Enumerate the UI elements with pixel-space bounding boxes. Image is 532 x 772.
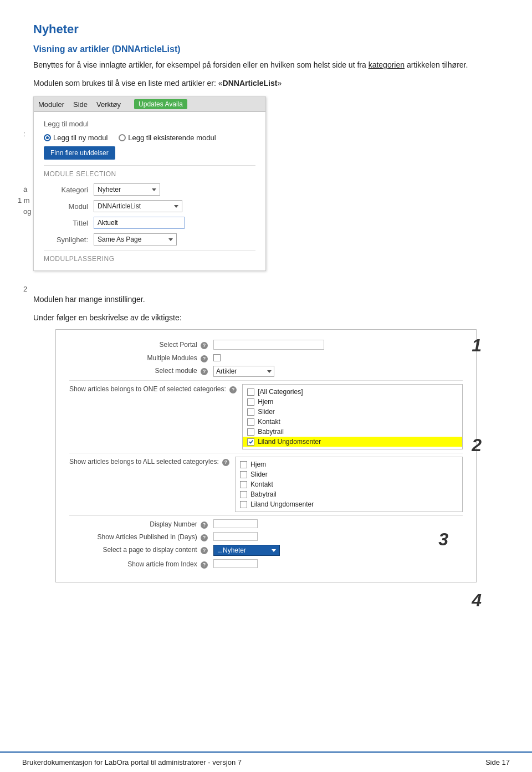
cat-babytrail2-cb[interactable] [240,491,247,498]
cat-all-cb[interactable] [247,388,254,396]
cat-kontakt2-cb[interactable] [240,481,247,488]
module-selection-title: Module Selection [44,165,255,178]
intro-paragraph: Benyttes for å vise innlagte artikler, f… [33,59,499,71]
cat-babytrail-1[interactable]: Babytrail [243,427,462,437]
categories-all-list: Hjem Slider Kontakt Babytrail [235,457,463,512]
help-icon-number[interactable]: ? [201,522,208,529]
show-one-row: Show articles belongs to ONE of selected… [69,384,463,449]
show-all-label: Show articles belongs to ALL selected ca… [69,457,235,466]
select-portal-value [213,340,463,350]
display-number-field[interactable] [213,519,258,528]
intro-text2: artikkelen tilhører. [405,60,468,69]
cat-babytrail1-cb[interactable] [247,428,254,436]
radio-ny-label: Legg til ny modul [53,134,108,142]
select-page-value: ...Nyheter [213,545,463,556]
chevron-nyheter [272,549,276,552]
nyheter-select[interactable]: ...Nyheter [213,545,280,556]
left-a: á [23,185,27,193]
cat-slider2-cb[interactable] [240,471,247,478]
modul-value: DNNArticleList [98,202,141,210]
select-module-row: Select module ? Artikler [69,366,463,377]
artikler-select[interactable]: Artikler [213,366,274,377]
modul-label: Modul [44,202,94,211]
display-number-label: Display Number ? [69,519,213,529]
intro-link: kategorien [369,60,405,69]
page-container: Nyheter Visning av artikler (DNNArticleL… [0,0,532,772]
synlighet-label: Synlighet: [44,236,94,244]
nav-verktoy[interactable]: Verktøy [96,100,121,109]
cat-liland-2[interactable]: Liland Ungdomsenter [236,499,462,509]
module-desc2: » [277,79,282,88]
after-text1: Modulen har mange innstillinger. [33,293,499,305]
module-name: DNNArticleList [223,79,278,88]
section-title: Nyheter [33,22,499,37]
help-icon-all[interactable]: ? [222,459,229,466]
multiple-modules-value [213,353,463,361]
help-icon-multiple[interactable]: ? [201,355,208,362]
help-icon-module[interactable]: ? [201,368,208,375]
cat-hjem1-cb[interactable] [247,398,254,406]
divider3 [69,515,463,516]
cat-hjem-1[interactable]: Hjem [243,397,462,407]
cat-hjem-2[interactable]: Hjem [236,459,462,469]
nav-moduler[interactable]: Moduler [38,100,64,109]
help-icon-index[interactable]: ? [201,561,208,569]
show-index-row: Show article from Index ? [69,559,463,569]
subsection-title: Visning av artikler (DNNArticleList) [33,44,499,54]
cat-liland-1[interactable]: Liland Ungdomsenter [243,437,462,447]
ui-panel: Legg til modul Legg til ny modul Legg ti… [34,112,265,270]
cat-babytrail-2[interactable]: Babytrail [236,489,462,499]
help-icon-published[interactable]: ? [201,534,208,541]
intro-text1: Benyttes for å vise innlagte artikler, f… [33,60,369,69]
page-footer: Brukerdokumentasjon for LabOra portal ti… [0,751,532,772]
after-text2: Under følger en beskrivelse av de viktig… [33,311,499,324]
tittel-input[interactable] [94,217,185,229]
badge-4: 4 [472,590,482,611]
help-icon-portal[interactable]: ? [201,342,208,349]
radio-circle-selected [44,134,51,141]
display-number-value [213,519,463,528]
index-field[interactable] [213,559,258,568]
radio-eksisterende-modul[interactable]: Legg til eksisterende modul [119,134,216,142]
radio-eks-label: Legg til eksisterende modul [128,134,216,142]
cat-all-categories[interactable]: [All Categories] [243,387,462,397]
synlighet-select[interactable]: Same As Page [94,233,177,246]
cat-slider1-cb[interactable] [247,408,254,416]
kategori-label: Kategori [44,186,94,194]
nav-bar: Moduler Side Verktøy Updates Availa [34,97,265,112]
synlighet-row: Synlighet: Same As Page [44,233,255,246]
cat-liland1-cb[interactable] [247,438,254,446]
portal-field[interactable] [213,340,324,350]
multiple-modules-checkbox[interactable] [213,354,221,361]
select-page-row: Select a page to display content ? ...Ny… [69,545,463,556]
module-desc1: Modulen som brukes til å vise en liste m… [33,79,223,88]
help-icon-page[interactable]: ? [201,547,208,554]
radio-ny-modul[interactable]: Legg til ny modul [44,134,108,142]
kategori-select[interactable]: Nyheter [94,183,160,196]
chevron-down-icon2 [174,205,178,208]
cat-slider-1[interactable]: Slider [243,407,462,417]
cat-kontakt1-cb[interactable] [247,418,254,426]
module-description: Modulen som brukes til å vise en liste m… [33,79,499,88]
show-published-label: Show Articles Published In (Days) ? [69,532,213,541]
nav-side[interactable]: Side [73,100,88,109]
published-days-field[interactable] [213,532,258,541]
chevron-down-icon [152,188,156,191]
finn-button[interactable]: Finn flere utvidelser [44,146,115,160]
left-two: 2 [23,285,27,293]
cat-kontakt-1[interactable]: Kontakt [243,417,462,427]
select-module-label: Select module ? [69,366,213,375]
select-module-value: Artikler [213,366,463,377]
cat-one-list: [All Categories] Hjem Slider Kontak [242,384,463,449]
badge-2: 2 [472,435,482,456]
cat-kontakt-2[interactable]: Kontakt [236,479,462,489]
footer-text: Brukerdokumentasjon for LabOra portal ti… [22,758,242,766]
modul-select[interactable]: DNNArticleList [94,200,182,212]
cat-all-list: Hjem Slider Kontakt Babytrail [235,457,463,512]
cat-hjem2-cb[interactable] [240,461,247,468]
help-icon-one[interactable]: ? [229,386,237,393]
left-m: 1 m [18,196,30,204]
cat-slider-2[interactable]: Slider [236,469,462,479]
tittel-row: Tittel [44,217,255,229]
cat-liland2-cb[interactable] [240,501,247,508]
